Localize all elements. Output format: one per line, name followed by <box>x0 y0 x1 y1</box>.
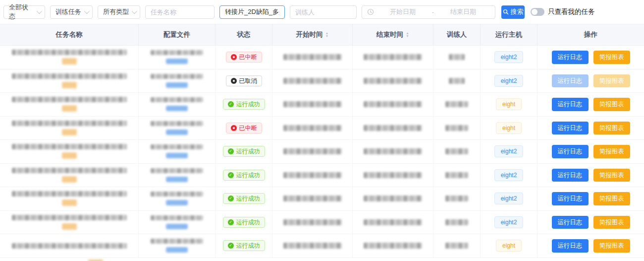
config-file-link-blur[interactable] <box>166 153 188 158</box>
run-log-button[interactable]: 运行日志 <box>552 192 589 205</box>
run-log-button[interactable]: 运行日志 <box>552 145 589 158</box>
config-file-link-blur[interactable] <box>166 247 188 253</box>
task-name-blur <box>12 97 127 102</box>
run-log-button[interactable]: 运行日志 <box>552 74 589 88</box>
task-name-query-input[interactable] <box>220 6 284 18</box>
end-date-placeholder[interactable]: 结束日期 <box>436 7 490 16</box>
status-cell: 运行成功 <box>215 234 272 258</box>
run-log-button[interactable]: 运行日志 <box>552 122 589 135</box>
column-header-config-file: 配置文件 <box>139 24 215 45</box>
host-badge: eight <box>496 98 522 110</box>
run-log-button[interactable]: 运行日志 <box>552 216 589 229</box>
actions-cell: 运行日志简报图表 <box>537 164 644 187</box>
end-time-blur <box>364 219 422 225</box>
report-chart-button[interactable]: 简报图表 <box>593 192 630 205</box>
table-row: 运行成功eight2运行日志简报图表 <box>0 211 644 235</box>
run-log-button[interactable]: 运行日志 <box>552 98 589 111</box>
trainer-input[interactable] <box>290 6 356 18</box>
report-chart-button[interactable]: 简报图表 <box>593 74 630 88</box>
start-time-cell <box>272 69 353 93</box>
date-range-picker[interactable]: 开始日期 - 结束日期 <box>362 5 495 19</box>
category-select[interactable]: 所有类型 <box>98 5 140 19</box>
end-time-blur <box>364 101 422 107</box>
report-chart-button[interactable]: 简报图表 <box>593 145 630 158</box>
host-cell: eight2 <box>481 164 537 187</box>
end-time-cell <box>353 69 433 93</box>
status-select[interactable]: 全部状态 <box>3 5 45 19</box>
end-time-cell <box>353 211 433 234</box>
status-cell: 已中断 <box>215 46 272 69</box>
column-header-start-time[interactable]: 开始时间 ▲▼ <box>272 24 353 45</box>
config-file-cell <box>139 69 215 93</box>
start-date-placeholder[interactable]: 开始日期 <box>376 7 429 16</box>
column-header-host: 运行主机 <box>481 24 537 45</box>
task-name-blur <box>12 243 127 249</box>
report-chart-button[interactable]: 简报图表 <box>593 169 630 182</box>
status-badge: 运行成功 <box>223 146 265 157</box>
end-time-blur <box>364 125 422 131</box>
end-time-blur <box>364 243 422 249</box>
task-tag-blur <box>62 199 77 206</box>
column-header-task-name: 任务名称 <box>0 24 139 45</box>
config-file-link-blur[interactable] <box>166 177 188 182</box>
search-button[interactable]: 搜索 <box>501 5 525 19</box>
task-table: 任务名称 配置文件 状态 开始时间 ▲▼ 结束时间 ▲▼ 训练人 运行主机 操作… <box>0 24 644 261</box>
my-tasks-toggle[interactable] <box>531 8 544 16</box>
task-name-input-wrap <box>145 5 215 19</box>
config-file-blur <box>151 121 203 126</box>
trainer-cell <box>433 93 481 116</box>
config-file-link-blur[interactable] <box>166 200 188 205</box>
sort-icon[interactable]: ▲▼ <box>325 32 329 38</box>
report-chart-button[interactable]: 简报图表 <box>593 122 630 135</box>
trainer-name-blur <box>445 219 468 225</box>
task-name-cell <box>0 93 139 116</box>
status-icon <box>231 54 237 60</box>
actions-cell: 运行日志简报图表 <box>537 140 644 163</box>
task-name-query-wrap <box>219 5 285 19</box>
status-label: 运行成功 <box>236 219 260 225</box>
task-name-blur <box>12 144 127 149</box>
task-name-cell <box>0 140 139 163</box>
report-chart-button[interactable]: 简报图表 <box>593 98 630 111</box>
end-time-blur <box>364 54 422 60</box>
my-tasks-toggle-label: 只查看我的任务 <box>548 7 595 16</box>
task-tag-blur <box>62 152 77 159</box>
status-label: 运行成功 <box>236 101 260 107</box>
sort-icon[interactable]: ▲▼ <box>406 32 409 38</box>
config-file-link-blur[interactable] <box>166 82 188 88</box>
status-cell: 运行成功 <box>215 140 272 163</box>
status-label: 已中断 <box>239 54 257 60</box>
config-file-link-blur[interactable] <box>166 130 188 135</box>
run-log-button[interactable]: 运行日志 <box>552 169 589 182</box>
config-file-link-blur[interactable] <box>166 224 188 229</box>
config-file-blur <box>151 74 203 79</box>
start-time-cell <box>272 140 353 163</box>
status-cell: 运行成功 <box>215 211 272 234</box>
end-time-cell <box>353 234 433 258</box>
status-label: 运行成功 <box>236 243 260 249</box>
config-file-link-blur[interactable] <box>166 59 188 64</box>
report-chart-button[interactable]: 简报图表 <box>593 51 630 64</box>
host-badge: eight2 <box>494 193 524 204</box>
search-button-label: 搜索 <box>511 7 524 16</box>
host-cell: eight2 <box>481 211 537 234</box>
start-time-blur <box>283 101 342 107</box>
trainer-name-blur <box>449 54 465 60</box>
task-name-input[interactable] <box>146 6 214 18</box>
task-type-select[interactable]: 训练任务 <box>50 5 93 19</box>
column-header-end-time[interactable]: 结束时间 ▲▼ <box>353 24 433 45</box>
report-chart-button[interactable]: 简报图表 <box>593 239 630 253</box>
report-chart-button[interactable]: 简报图表 <box>593 216 630 229</box>
host-badge: eight2 <box>494 216 524 228</box>
start-time-cell <box>272 234 353 258</box>
chevron-down-icon <box>132 8 137 14</box>
config-file-link-blur[interactable] <box>166 106 188 111</box>
status-icon <box>231 78 237 84</box>
status-badge: 运行成功 <box>223 217 265 228</box>
chevron-down-icon <box>37 8 42 14</box>
config-file-cell <box>139 234 215 258</box>
run-log-button[interactable]: 运行日志 <box>552 51 589 64</box>
start-time-blur <box>283 219 342 225</box>
run-log-button[interactable]: 运行日志 <box>552 239 589 253</box>
end-time-blur <box>364 196 422 201</box>
